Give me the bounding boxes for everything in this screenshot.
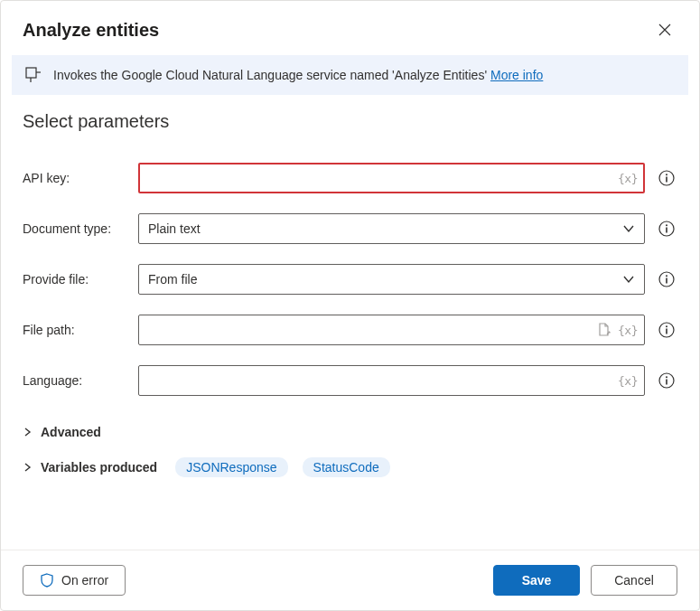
provide-file-value: From file — [148, 272, 197, 287]
info-button-provide-file[interactable] — [656, 268, 677, 290]
info-icon — [658, 170, 675, 186]
badge-json-response[interactable]: JSONResponse — [175, 457, 287, 477]
info-button-language[interactable] — [656, 370, 677, 391]
document-type-value: Plain text — [148, 221, 201, 236]
svg-point-7 — [666, 224, 667, 226]
info-icon — [658, 372, 675, 389]
svg-rect-17 — [666, 380, 667, 385]
dialog-title: Analyze entities — [23, 20, 159, 41]
svg-rect-0 — [26, 68, 36, 78]
variable-token-icon[interactable]: {x} — [618, 172, 638, 185]
file-path-input[interactable] — [138, 315, 645, 345]
provide-file-select[interactable]: From file — [138, 264, 645, 295]
chevron-right-icon — [23, 427, 33, 437]
chevron-down-icon — [622, 222, 635, 235]
variable-token-icon[interactable]: {x} — [618, 324, 638, 337]
info-icon — [658, 271, 675, 287]
document-type-select[interactable]: Plain text — [138, 213, 645, 244]
variables-produced-label: Variables produced — [41, 460, 157, 475]
info-icon — [658, 221, 675, 237]
on-error-button[interactable]: On error — [23, 565, 126, 596]
close-icon — [658, 24, 671, 36]
row-file-path: File path: {x} — [23, 315, 677, 345]
badge-status-code[interactable]: StatusCode — [303, 457, 390, 477]
chevron-down-icon — [622, 273, 635, 286]
produced-variable-badges: JSONResponse StatusCode — [175, 457, 390, 477]
analyze-entities-dialog: Analyze entities Invokes the Google Clou… — [0, 0, 700, 611]
label-provide-file: Provide file: — [23, 272, 127, 287]
row-language: Language: {x} — [23, 365, 677, 396]
label-document-type: Document type: — [23, 221, 127, 236]
dialog-footer: On error Save Cancel — [1, 550, 699, 610]
info-text-label: Invokes the Google Cloud Natural Languag… — [53, 68, 490, 82]
language-input[interactable] — [138, 365, 645, 396]
svg-point-13 — [666, 325, 667, 327]
shield-icon — [40, 573, 54, 588]
svg-rect-11 — [666, 278, 667, 284]
parameters-area: API key: {x} Document type: Plain text — [1, 137, 699, 416]
dialog-header: Analyze entities — [1, 1, 699, 55]
file-path-field-wrap: {x} — [138, 315, 645, 345]
label-api-key: API key: — [23, 171, 127, 185]
save-button[interactable]: Save — [493, 565, 580, 596]
svg-rect-8 — [666, 228, 667, 233]
svg-rect-14 — [666, 329, 667, 334]
provide-file-field-wrap: From file — [138, 264, 645, 295]
section-title: Select parameters — [1, 102, 699, 137]
cancel-button[interactable]: Cancel — [591, 565, 677, 596]
svg-point-16 — [666, 376, 667, 378]
info-text: Invokes the Google Cloud Natural Languag… — [53, 68, 676, 82]
row-provide-file: Provide file: From file — [23, 264, 677, 295]
svg-point-10 — [666, 275, 667, 277]
info-button-file-path[interactable] — [656, 319, 677, 341]
variables-produced-expander[interactable]: Variables produced JSONResponse StatusCo… — [1, 448, 699, 486]
chevron-right-icon — [23, 462, 33, 473]
language-field-wrap: {x} — [138, 365, 645, 396]
file-picker-icon[interactable] — [596, 322, 612, 338]
row-api-key: API key: {x} — [23, 163, 677, 193]
advanced-expander[interactable]: Advanced — [1, 416, 699, 448]
info-icon — [658, 322, 675, 338]
info-button-api-key[interactable] — [656, 167, 677, 189]
advanced-label: Advanced — [41, 425, 101, 439]
api-key-field-wrap: {x} — [138, 163, 645, 193]
svg-rect-5 — [666, 177, 667, 183]
variable-token-icon[interactable]: {x} — [618, 374, 638, 388]
close-button[interactable] — [652, 17, 677, 42]
more-info-link[interactable]: More info — [490, 68, 543, 82]
api-key-input[interactable] — [138, 163, 645, 193]
action-type-icon — [24, 66, 42, 84]
label-language: Language: — [23, 373, 127, 388]
label-file-path: File path: — [23, 323, 127, 337]
document-type-field-wrap: Plain text — [138, 213, 645, 244]
save-label: Save — [522, 573, 552, 588]
cancel-label: Cancel — [614, 573, 654, 588]
svg-point-4 — [666, 174, 667, 175]
info-bar: Invokes the Google Cloud Natural Languag… — [12, 55, 688, 95]
on-error-label: On error — [61, 573, 108, 588]
info-button-document-type[interactable] — [656, 218, 677, 240]
row-document-type: Document type: Plain text — [23, 213, 677, 244]
